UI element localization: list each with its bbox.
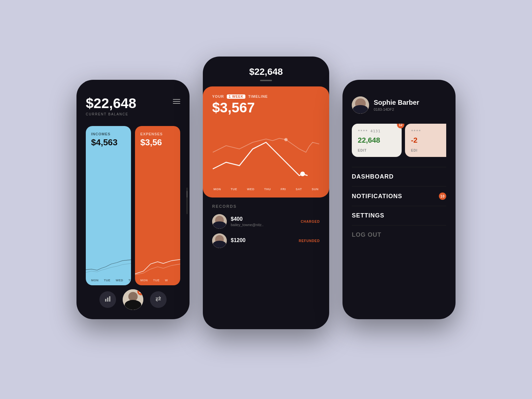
p3-card2-balance: -2 <box>411 136 446 145</box>
week-highlight: 1 WEEK <box>227 94 245 99</box>
balance-amount: $22,648 <box>86 96 136 110</box>
record-avatar-1 <box>212 214 227 229</box>
income-card: INCOMES $4,563 MON TUE WED THU <box>86 126 131 285</box>
p3-card-1[interactable]: **** 4131 22,648 EDIT 12 <box>352 124 402 157</box>
timeline-label: YOUR 1 WEEK TIMELINE <box>212 94 320 98</box>
p3-user-name: Sophie Barber <box>374 99 419 106</box>
menu-icon[interactable] <box>173 99 180 104</box>
svg-rect-2 <box>109 296 110 302</box>
expense-label: EXPENSES <box>140 132 175 136</box>
p3-card-num: **** 4131 <box>358 129 396 133</box>
record-status-2: REFUNDED <box>299 239 320 243</box>
p3-card-2[interactable]: **** -2 EDI <box>405 124 446 157</box>
p3-card-balance: 22,648 <box>358 136 396 145</box>
record-item-1: $400 bailey_towne@nitz.. CHARGED <box>212 214 320 229</box>
income-amount: $4,563 <box>91 138 126 147</box>
phone-3: Sophie Barber 0183-14DF2 **** 4131 22,64… <box>342 80 456 319</box>
analytics-icon <box>104 296 111 304</box>
avatar-button[interactable]: 22 <box>123 289 143 310</box>
notifications-badge: 10 <box>439 193 446 200</box>
nav-notifications[interactable]: NOTIFICATIONS 10 <box>352 187 446 206</box>
expense-chart <box>135 258 180 275</box>
record-amount-1: $400 <box>231 216 297 222</box>
record-email-1: bailey_towne@nitz.. <box>231 223 297 227</box>
expense-amount: $3,56 <box>140 138 175 147</box>
record-avatar-2 <box>212 233 227 248</box>
record-item-2: $1200 REFUNDED <box>212 233 320 248</box>
p3-card-edit[interactable]: EDIT <box>358 149 396 152</box>
p3-card-badge: 12 <box>397 124 404 128</box>
navigation-menu: DASHBOARD NOTIFICATIONS 10 SETTINGS LOG … <box>352 167 446 244</box>
record-status-1: CHARGED <box>301 220 320 223</box>
svg-point-4 <box>284 138 288 141</box>
phone-1: $22,648 CURRENT BALANCE INCOMES $4,563 <box>76 80 190 319</box>
drag-indicator <box>260 80 272 81</box>
nav-settings[interactable]: SETTINGS <box>352 206 446 225</box>
svg-rect-1 <box>107 298 108 302</box>
income-label: INCOMES <box>91 132 126 136</box>
expense-card: EXPENSES $3,56 MON TUE W <box>135 126 180 285</box>
p3-user-id: 0183-14DF2 <box>374 107 419 111</box>
timeline-chart <box>212 122 320 182</box>
p2-balance: $22,648 <box>249 66 283 77</box>
chart-days: MON TUE WED THU FRI SAT SUN <box>212 188 320 191</box>
analytics-button[interactable] <box>99 291 116 308</box>
svg-point-3 <box>300 172 305 176</box>
scrollbar[interactable] <box>187 188 188 214</box>
transfer-button[interactable] <box>150 291 167 308</box>
p2-amount: $3,567 <box>212 100 320 116</box>
p3-card2-edit[interactable]: EDI <box>411 149 446 152</box>
p3-user-avatar <box>352 96 369 114</box>
p3-card2-num: **** <box>411 129 446 133</box>
timeline-card: YOUR 1 WEEK TIMELINE $3,567 MON <box>203 86 329 198</box>
record-amount-2: $1200 <box>231 237 295 243</box>
svg-rect-0 <box>105 299 106 302</box>
records-label: RECORDS <box>212 204 320 209</box>
nav-dashboard[interactable]: DASHBOARD <box>352 167 446 186</box>
income-chart <box>86 258 131 275</box>
nav-logout[interactable]: LOG OUT <box>352 225 446 244</box>
balance-label: CURRENT BALANCE <box>86 112 136 116</box>
phone-2: $22,648 YOUR 1 WEEK TIMELINE $3,567 <box>203 57 329 329</box>
transfer-icon <box>155 296 162 304</box>
